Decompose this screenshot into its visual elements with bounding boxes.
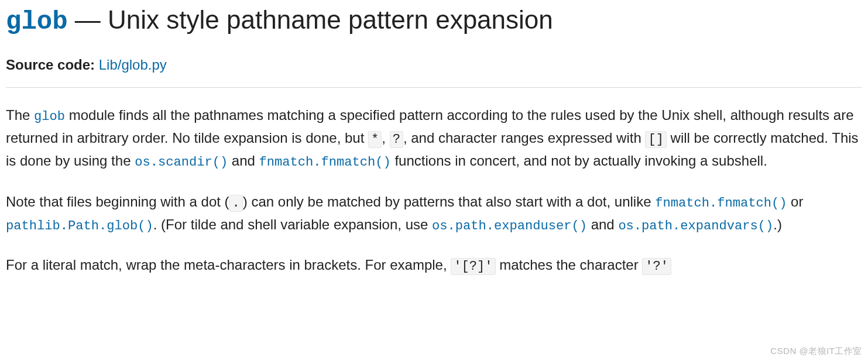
text: . (For tilde and shell variable expansio… [153,216,432,232]
code-fnmatch-2: fnmatch.fnmatch() [655,196,787,211]
code-pathglob: pathlib.Path.glob() [6,219,153,233]
text: Note that files beginning with a dot ( [6,194,229,209]
code-glob: glob [34,109,65,124]
fnmatch-link[interactable]: fnmatch.fnmatch() [259,153,391,169]
code-scandir: os.scandir() [135,155,228,170]
paragraph-dotfiles: Note that files beginning with a dot (.)… [6,191,862,236]
text: The [6,107,34,123]
code-dot: . [229,195,243,212]
code-star: * [368,131,382,148]
text: For a literal match, wrap the meta-chara… [6,257,451,273]
code-brackets: [] [645,131,667,148]
code-example-1: '[?]' [451,258,495,275]
fnmatch-link-2[interactable]: fnmatch.fnmatch() [655,194,787,209]
text: and [228,153,259,169]
text: ) can only be matched by patterns that a… [243,194,655,209]
module-link[interactable]: glob [6,5,68,34]
code-example-2: '?' [642,258,671,275]
text: functions in concert, and not by actuall… [391,153,767,169]
paragraph-literal: For a literal match, wrap the meta-chara… [6,254,862,277]
text: , and character ranges expressed with [403,130,646,146]
expandvars-link[interactable]: os.path.expandvars() [618,216,773,232]
text: , [382,130,389,146]
text: and [587,216,618,232]
paragraph-intro: The glob module finds all the pathnames … [6,104,862,173]
module-name: glob [6,7,68,36]
pathlib-glob-link[interactable]: pathlib.Path.glob() [6,216,153,232]
source-code-line: Source code: Lib/glob.py [6,54,862,75]
title-text: Unix style pathname pattern expansion [108,5,553,34]
text: or [787,194,803,209]
page-title: glob — Unix style pathname pattern expan… [6,5,862,37]
scandir-link[interactable]: os.scandir() [135,153,228,169]
source-label: Source code: [6,57,95,73]
source-link[interactable]: Lib/glob.py [99,57,167,73]
divider [6,87,862,88]
code-qmark: ? [390,131,403,148]
expanduser-link[interactable]: os.path.expanduser() [432,216,587,232]
glob-link[interactable]: glob [34,107,65,123]
code-fnmatch: fnmatch.fnmatch() [259,155,391,170]
code-expandvars: os.path.expandvars() [618,219,773,233]
code-expanduser: os.path.expanduser() [432,219,587,233]
text: .) [773,216,782,232]
text: matches the character [496,257,643,273]
title-sep: — [68,5,108,34]
